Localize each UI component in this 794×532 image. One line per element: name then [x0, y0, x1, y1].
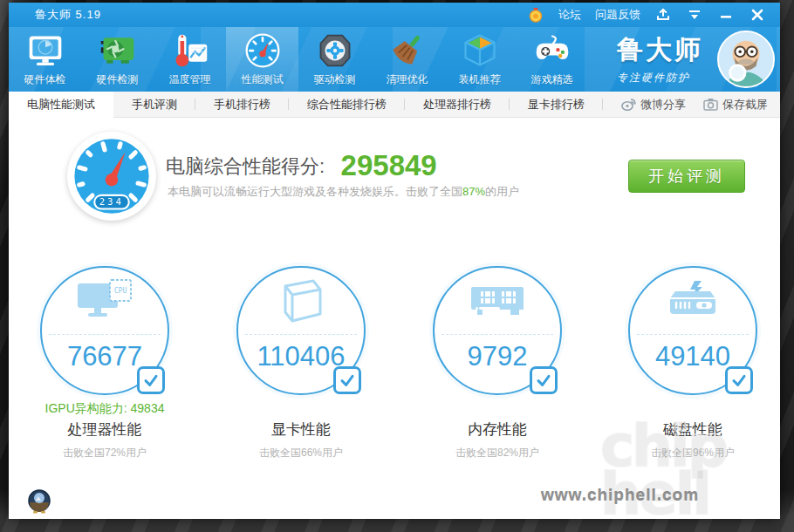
nav-label: 驱动检测 — [314, 72, 356, 87]
tab-phone-review[interactable]: 手机评测 — [113, 92, 195, 117]
nav-item-game-picks[interactable]: 游戏精选 — [516, 27, 588, 92]
divider — [49, 334, 161, 335]
camera-icon — [703, 98, 718, 111]
cpu-chip-label: CPU — [114, 287, 127, 295]
score-desc-percent: 87% — [462, 185, 485, 198]
gpu-score-circle: 110406 — [236, 266, 366, 395]
score-desc-suffix: 的用户 — [485, 185, 519, 198]
tab-cpu-ranking[interactable]: 处理器排行榜 — [405, 92, 510, 117]
brand-tagline: 专注硬件防护 — [617, 71, 703, 85]
divider — [245, 334, 357, 335]
disk-icon — [663, 279, 722, 326]
disk-check-badge[interactable] — [725, 366, 753, 394]
spacer — [214, 401, 388, 418]
brand-name: 鲁大师 — [617, 32, 703, 68]
speedometer-icon — [243, 31, 282, 70]
spacer — [410, 401, 585, 418]
cpu-check-badge[interactable] — [137, 366, 165, 394]
check-icon — [730, 372, 748, 389]
divider — [441, 334, 553, 335]
mascot-icon — [719, 32, 773, 86]
nav-label: 温度管理 — [169, 72, 211, 87]
nav-label: 装机推荐 — [459, 72, 501, 87]
ram-beat-text: 击败全国82%用户 — [410, 446, 585, 460]
broom-icon — [388, 31, 427, 70]
main-toolbar: 硬件体检 硬件检测 — [9, 27, 780, 92]
weibo-share-label: 微博分享 — [640, 97, 686, 113]
gpu-cube-icon — [273, 277, 329, 328]
nav-item-cleanup[interactable]: 清理优化 — [371, 27, 443, 92]
nav-item-temperature[interactable]: 温度管理 — [154, 27, 226, 92]
titlebar: 鲁大师 5.19 论坛 问题反馈 — [9, 3, 780, 27]
overall-score-line: 电脑综合性能得分: 295849 — [166, 149, 437, 182]
mascot-avatar[interactable] — [717, 31, 775, 88]
ram-score-circle: 9792 — [433, 266, 562, 395]
igpu-score-line: IGPU异构能力: 49834 — [17, 401, 192, 418]
check-icon — [339, 372, 356, 389]
save-screenshot-button[interactable]: 保存截屏 — [703, 97, 768, 113]
app-window: 鲁大师 5.19 论坛 问题反馈 — [9, 3, 780, 519]
metric-card-cpu: CPU 76677 IGPU异构能力: 49834 处理器性能 — [17, 266, 192, 460]
nav-item-performance-test[interactable]: 性能测试 — [226, 27, 298, 92]
ram-metric-name: 内存性能 — [410, 419, 585, 440]
spacer — [606, 401, 780, 418]
overall-score-description: 本电脑可以流畅运行大型游戏及各种发烧娱乐。击败了全国87%的用户 — [168, 184, 519, 200]
nav-label: 清理优化 — [387, 72, 428, 87]
close-button[interactable] — [749, 6, 766, 24]
cpu-score-circle: CPU 76677 — [40, 266, 169, 395]
corner-logo-icon — [26, 488, 52, 515]
tab-pc-performance[interactable]: 电脑性能测试 — [9, 92, 113, 118]
metric-card-gpu: 110406 显卡性能 击败全国66%用户 — [214, 266, 388, 460]
cpu-metric-name: 处理器性能 — [17, 419, 192, 440]
check-icon — [142, 372, 160, 389]
cube-icon — [461, 31, 499, 70]
gear-nut-icon — [316, 31, 354, 70]
nav-label: 游戏精选 — [531, 72, 573, 87]
menu-chevron-icon[interactable] — [686, 6, 703, 24]
save-screenshot-label: 保存截屏 — [722, 97, 768, 113]
igpu-label: IGPU异构能力: — [45, 401, 127, 415]
tab-actions: 微博分享 保存截屏 — [621, 92, 780, 117]
gpu-metric-name: 显卡性能 — [214, 419, 388, 440]
nav-item-driver-check[interactable]: 驱动检测 — [298, 27, 371, 92]
cpu-monitor-icon: CPU — [73, 278, 136, 327]
forum-link[interactable]: 论坛 — [558, 7, 581, 23]
titlebar-actions: 论坛 问题反馈 — [527, 6, 780, 24]
thermometer-chart-icon — [171, 31, 209, 70]
update-icon[interactable] — [654, 6, 672, 24]
gamepad-icon — [533, 31, 572, 70]
igpu-value: 49834 — [131, 401, 165, 415]
nav-item-hardware-checkup[interactable]: 硬件体检 — [9, 27, 81, 92]
desktop-background: 鲁大师 5.19 论坛 问题反馈 — [0, 0, 794, 532]
check-icon — [535, 372, 552, 389]
feedback-link[interactable]: 问题反馈 — [595, 7, 640, 23]
nav-label: 硬件体检 — [24, 72, 66, 87]
start-benchmark-button[interactable]: 开始评测 — [628, 160, 745, 193]
overall-score-gauge-icon: 234 — [66, 131, 157, 222]
weibo-share-button[interactable]: 微博分享 — [621, 97, 686, 113]
monitor-checkup-icon — [26, 31, 65, 70]
nav-item-build-recommend[interactable]: 装机推荐 — [443, 27, 516, 92]
nav-label: 硬件检测 — [97, 72, 139, 87]
overall-score-label: 电脑综合性能得分: — [166, 155, 325, 177]
metric-card-disk: 49140 磁盘性能 击败全国96%用户 — [606, 266, 780, 460]
ram-check-badge[interactable] — [530, 366, 558, 394]
gpu-beat-text: 击败全国66%用户 — [214, 446, 388, 460]
gpu-check-badge[interactable] — [333, 366, 361, 394]
gpu-card-icon — [99, 31, 137, 70]
tab-overall-ranking[interactable]: 综合性能排行榜 — [289, 92, 405, 117]
brand-block: 鲁大师 专注硬件防护 — [617, 32, 703, 85]
nav-item-hardware-test[interactable]: 硬件检测 — [81, 27, 154, 92]
tab-strip: 电脑性能测试 手机评测 手机排行榜 综合性能排行榜 处理器排行榜 显卡排行榜 微… — [9, 92, 780, 118]
gauge-badge-value: 234 — [99, 196, 124, 207]
nav-items: 硬件体检 硬件检测 — [9, 27, 588, 92]
cpu-beat-text: 击败全国72%用户 — [17, 446, 192, 460]
disk-metric-name: 磁盘性能 — [606, 419, 780, 440]
tab-gpu-ranking[interactable]: 显卡排行榜 — [510, 92, 603, 117]
window-title: 鲁大师 5.19 — [35, 7, 101, 23]
tab-phone-ranking[interactable]: 手机排行榜 — [195, 92, 289, 117]
ram-icon — [469, 283, 526, 322]
minimize-button[interactable] — [717, 6, 735, 24]
overall-score-value: 295849 — [341, 149, 437, 181]
medal-icon[interactable] — [527, 6, 544, 24]
